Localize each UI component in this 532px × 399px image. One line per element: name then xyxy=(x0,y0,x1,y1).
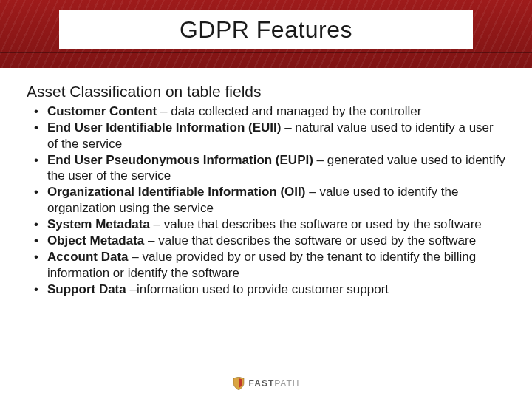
slide: GDPR Features Asset Classification on ta… xyxy=(0,0,532,399)
description: value that describes the software or use… xyxy=(164,217,482,231)
term: Support Data xyxy=(47,282,126,296)
subheading: Asset Classification on table fields xyxy=(27,83,505,100)
separator: – xyxy=(157,104,171,118)
description: value that describes the software or use… xyxy=(158,233,476,248)
shield-icon xyxy=(233,377,245,390)
description: information used to provide customer sup… xyxy=(137,282,389,296)
separator: – xyxy=(129,250,143,264)
header-divider xyxy=(0,52,532,53)
term: Customer Content xyxy=(47,104,157,118)
term: Object Metadata xyxy=(47,233,144,248)
list-item: Account Data – value provided by or used… xyxy=(47,249,505,281)
list-item: End User Pseudonymous Information (EUPI)… xyxy=(47,152,505,184)
page-title: GDPR Features xyxy=(180,16,352,44)
term: End User Pseudonymous Information (EUPI) xyxy=(47,153,313,167)
list-item: Organizational Identifiable Information … xyxy=(47,184,505,216)
term: Organizational Identifiable Information … xyxy=(47,185,305,199)
header-band: GDPR Features xyxy=(0,0,532,68)
term: End User Identifiable Information (EUII) xyxy=(47,120,281,134)
logo-path: PATH xyxy=(274,378,299,389)
list-item: End User Identifiable Information (EUII)… xyxy=(47,120,505,151)
separator: – xyxy=(144,233,158,248)
term: System Metadata xyxy=(47,217,150,231)
description: data collected and managed by the contro… xyxy=(171,104,421,118)
separator: – xyxy=(305,185,319,199)
title-box: GDPR Features xyxy=(59,10,473,49)
list-item: Customer Content – data collected and ma… xyxy=(47,103,505,119)
separator: – xyxy=(150,217,164,231)
bullet-list: Customer Content – data collected and ma… xyxy=(27,103,505,297)
separator: – xyxy=(313,153,327,167)
list-item: Object Metadata – value that describes t… xyxy=(47,233,505,248)
list-item: System Metadata – value that describes t… xyxy=(47,216,505,232)
logo-fast: FAST xyxy=(249,378,275,389)
logo-text: FASTPATH xyxy=(249,378,300,389)
content-area: Asset Classification on table fields Cus… xyxy=(27,83,505,298)
list-item: Support Data –information used to provid… xyxy=(47,282,505,297)
footer: FASTPATH xyxy=(0,377,532,390)
separator: – xyxy=(126,282,137,296)
separator: – xyxy=(281,120,295,134)
term: Account Data xyxy=(47,250,129,264)
